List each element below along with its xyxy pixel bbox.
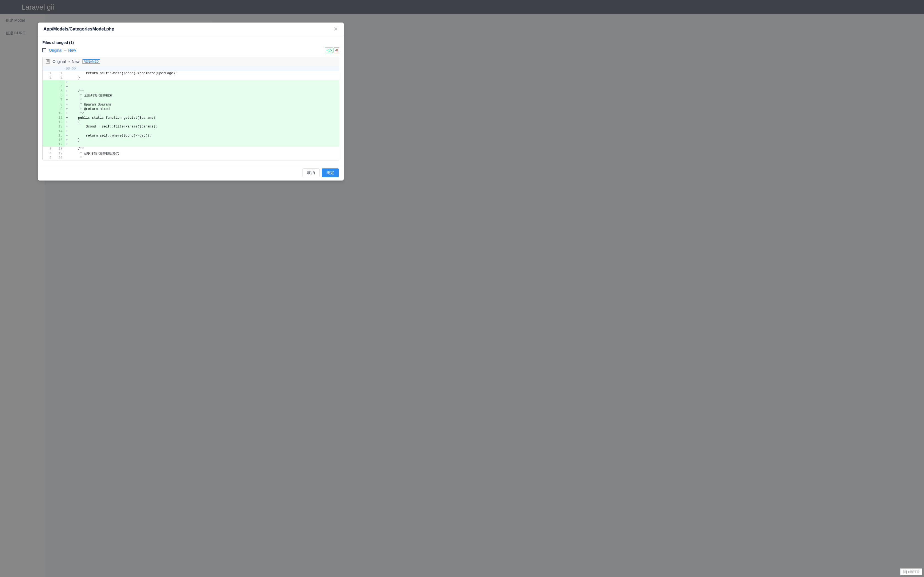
diff-code: public static function getList($params) xyxy=(69,116,339,120)
line-number-new: 12 xyxy=(53,120,65,124)
diff-sign xyxy=(65,71,69,76)
diff-file-header: Original → New RENAMED xyxy=(43,57,339,66)
modal-footer: 取消 确定 xyxy=(38,165,344,181)
diff-code: * xyxy=(69,156,339,160)
line-number-new: 20 xyxy=(53,156,65,160)
diff-sign xyxy=(65,156,69,160)
diff-code: * xyxy=(69,98,339,102)
line-number-old xyxy=(43,111,53,116)
line-number-old xyxy=(43,98,53,102)
diff-code: * 全部列表+支持检索 xyxy=(69,93,339,98)
file-summary-row: − Original → New +15 -0 xyxy=(42,48,339,53)
file-link[interactable]: Original → New xyxy=(49,48,76,53)
line-number-new: 14 xyxy=(53,129,65,134)
line-number-old xyxy=(43,138,53,142)
diff-sign: + xyxy=(65,107,69,111)
diff-code: * @return mixed xyxy=(69,107,339,111)
close-icon[interactable]: ✕ xyxy=(333,26,338,32)
hunk-header: @@ @@ xyxy=(65,66,339,71)
diff-sign: + xyxy=(65,142,69,147)
diff-code xyxy=(69,129,339,134)
confirm-button-label: 确定 xyxy=(326,170,334,175)
line-number-old: 5 xyxy=(43,156,53,160)
line-number-old xyxy=(43,116,53,120)
line-number-new: 19 xyxy=(53,152,65,156)
line-number-new: 4 xyxy=(53,85,65,89)
diff-sign xyxy=(65,147,69,151)
line-number-new: 8 xyxy=(53,103,65,107)
line-number-old: 1 xyxy=(43,71,53,76)
diff-sign: + xyxy=(65,124,69,129)
line-number-old xyxy=(43,93,53,98)
line-number-old xyxy=(43,80,53,85)
diff-code xyxy=(69,85,339,89)
diff-modal: App/Models/CategoriesModel.php ✕ Files c… xyxy=(38,23,344,181)
diff-row: 17+ xyxy=(43,142,339,147)
diff-row: 11 return self::where($cond)->paginate($… xyxy=(43,71,339,76)
diff-code: return self::where($cond)->get(); xyxy=(69,134,339,138)
diff-row: 15+ return self::where($cond)->get(); xyxy=(43,134,339,138)
diff-sign: + xyxy=(65,120,69,124)
diff-row: 11+ public static function getList($para… xyxy=(43,116,339,120)
deletions-badge: -0 xyxy=(334,48,339,53)
line-number-new: 9 xyxy=(53,107,65,111)
line-number-old: 2 xyxy=(43,76,53,80)
diff-sign: + xyxy=(65,134,69,138)
diff-sign: + xyxy=(65,103,69,107)
diff-row: 7+ * xyxy=(43,98,339,102)
diff-code: return self::where($cond)->paginate($per… xyxy=(69,71,339,76)
files-changed-heading: Files changed (1) xyxy=(42,40,339,45)
diff-code: { xyxy=(69,120,339,124)
line-number-old xyxy=(43,103,53,107)
diff-sign: + xyxy=(65,85,69,89)
diff-row: 4+ xyxy=(43,85,339,89)
line-number-new: 2 xyxy=(53,76,65,80)
file-icon xyxy=(46,60,50,64)
modal-header: App/Models/CategoriesModel.php ✕ xyxy=(38,23,344,36)
diff-stat-badges: +15 -0 xyxy=(325,48,339,53)
diff-row: 318 /** xyxy=(43,147,339,151)
diff-sign xyxy=(65,76,69,80)
diff-code xyxy=(69,142,339,147)
diff-row: 8+ * @param $params xyxy=(43,103,339,107)
confirm-button[interactable]: 确定 xyxy=(322,168,339,177)
collapse-toggle-icon[interactable]: − xyxy=(42,48,46,52)
diff-row: 14+ xyxy=(43,129,339,134)
cancel-button-label: 取消 xyxy=(307,170,315,175)
diff-code: */ xyxy=(69,111,339,116)
line-number-old xyxy=(43,134,53,138)
diff-code: } xyxy=(69,76,339,80)
line-number-old: 3 xyxy=(43,147,53,151)
line-number-new: 18 xyxy=(53,147,65,151)
diff-row: 13+ $cond = self::filterParams($params); xyxy=(43,124,339,129)
diff-sign: + xyxy=(65,138,69,142)
line-number-old: 4 xyxy=(43,152,53,156)
diff-row: 6+ * 全部列表+支持检索 xyxy=(43,93,339,98)
diff-table: @@ @@ 11 return self::where($cond)->pagi… xyxy=(43,66,339,160)
diff-sign: + xyxy=(65,89,69,93)
line-number-new: 3 xyxy=(53,80,65,85)
diff-file-label: Original → New xyxy=(53,60,79,64)
line-number-new: 13 xyxy=(53,124,65,129)
diff-code: /** xyxy=(69,147,339,151)
diff-row: 9+ * @return mixed xyxy=(43,107,339,111)
diff-row: 419 * 获取详情+支持数组格式 xyxy=(43,152,339,156)
line-number-new: 10 xyxy=(53,111,65,116)
diff-sign: + xyxy=(65,98,69,102)
diff-sign xyxy=(65,152,69,156)
watermark-badge: CX xyxy=(903,570,907,574)
diff-sign: + xyxy=(65,116,69,120)
line-number-new: 16 xyxy=(53,138,65,142)
line-number-old xyxy=(43,89,53,93)
cancel-button[interactable]: 取消 xyxy=(302,168,320,177)
line-number-new: 1 xyxy=(53,71,65,76)
diff-code xyxy=(69,80,339,85)
diff-code: /** xyxy=(69,89,339,93)
line-number-new: 17 xyxy=(53,142,65,147)
line-number-new: 5 xyxy=(53,89,65,93)
diff-code: } xyxy=(69,138,339,142)
line-number-old xyxy=(43,142,53,147)
diff-row: 10+ */ xyxy=(43,111,339,116)
line-number-old xyxy=(43,107,53,111)
line-number-new: 7 xyxy=(53,98,65,102)
